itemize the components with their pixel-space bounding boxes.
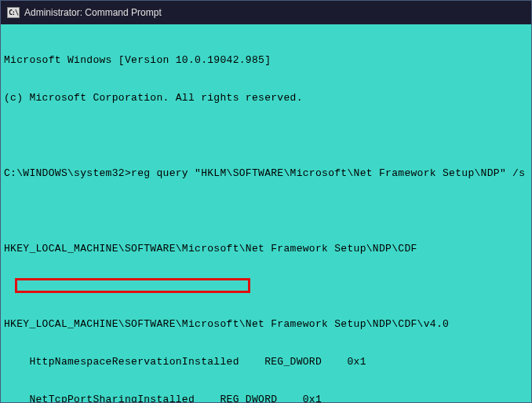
terminal-line: (c) Microsoft Corporation. All rights re… — [4, 92, 528, 104]
terminal-line: Microsoft Windows [Version 10.0.19042.98… — [4, 54, 528, 67]
terminal-line: HttpNamespaceReservationInstalled REG_DW… — [4, 356, 528, 368]
terminal-line — [4, 280, 528, 293]
window-title: Administrator: Command Prompt — [24, 7, 162, 18]
terminal-line: HKEY_LOCAL_MACHINE\SOFTWARE\Microsoft\Ne… — [4, 318, 528, 331]
terminal-output[interactable]: Microsoft Windows [Version 10.0.19042.98… — [1, 24, 531, 402]
terminal-line: NetTcpPortSharingInstalled REG_DWORD 0x1 — [4, 394, 528, 402]
terminal-line: HKEY_LOCAL_MACHINE\SOFTWARE\Microsoft\Ne… — [4, 243, 528, 255]
cmd-icon: C:\ — [7, 7, 20, 18]
terminal-line: C:\WINDOWS\system32>reg query "HKLM\SOFT… — [4, 167, 528, 180]
window-titlebar: C:\ Administrator: Command Prompt — [1, 1, 531, 24]
terminal-line — [4, 205, 528, 218]
terminal-line — [4, 130, 528, 142]
